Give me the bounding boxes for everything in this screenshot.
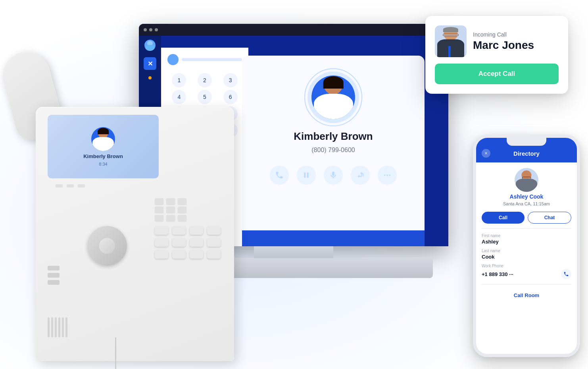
call-room-button[interactable]: Call Room xyxy=(482,289,571,301)
work-phone-field: Work Phone +1 889 330 ··· xyxy=(482,264,571,279)
caller-details: Incoming Call Marc Jones xyxy=(473,31,534,52)
phone-nav-ring[interactable] xyxy=(87,226,127,266)
action-mute-btn[interactable] xyxy=(324,166,343,185)
phone-screen-contact-name: Kimberly Brown xyxy=(83,153,123,159)
phone-screen-duration: 8:34 xyxy=(99,162,107,166)
caller-info: Incoming Call Marc Jones xyxy=(435,25,559,57)
bezel-dot-2 xyxy=(149,28,152,31)
svg-rect-1 xyxy=(307,173,309,178)
sidebar-logo: ✕ xyxy=(144,57,156,70)
accept-call-button[interactable]: Accept Call xyxy=(435,64,559,84)
phone-body: Kimberly Brown 8:34 xyxy=(36,107,234,361)
svg-rect-0 xyxy=(304,173,306,178)
phone-screen-avatar xyxy=(91,127,115,151)
dialer-header-line xyxy=(182,58,242,61)
last-name-value: Cook xyxy=(482,254,571,260)
action-hold-btn[interactable] xyxy=(297,166,316,185)
action-more-btn[interactable] xyxy=(378,166,397,185)
dialer-header xyxy=(167,54,242,65)
monitor-bezel xyxy=(139,24,448,36)
directory-chat-button[interactable]: Chat xyxy=(528,212,571,224)
divider-1 xyxy=(482,228,571,229)
directory-actions: Call Chat xyxy=(482,212,571,224)
bezel-dot-3 xyxy=(155,28,158,31)
contact-phone: (800) 799-0600 xyxy=(311,147,355,154)
sidebar-user-avatar xyxy=(144,40,156,51)
svg-point-4 xyxy=(389,174,391,176)
directory-profile: Ashley Cook Santa Ana CA, 11:15am xyxy=(482,168,571,206)
phone-cord xyxy=(115,337,116,369)
work-phone-call-icon[interactable] xyxy=(561,269,571,279)
work-phone-value: +1 889 330 ··· xyxy=(482,271,513,277)
mobile-notch xyxy=(507,138,546,146)
call-actions xyxy=(270,166,397,185)
incoming-call-card: Incoming Call Marc Jones Accept Call xyxy=(425,16,568,94)
action-transfer-btn[interactable] xyxy=(351,166,370,185)
mobile-close-button[interactable]: × xyxy=(482,149,490,158)
first-name-value: Ashley xyxy=(482,239,571,245)
mobile-directory-title: Directory xyxy=(513,150,540,157)
divider-2 xyxy=(482,284,571,284)
first-name-field: First name Ashley xyxy=(482,234,571,245)
dialer-avatar xyxy=(167,54,179,65)
work-phone-label: Work Phone xyxy=(482,264,571,268)
contact-name: Kimberly Brown xyxy=(294,130,373,143)
svg-point-3 xyxy=(386,174,388,176)
directory-contact-location: Santa Ana CA, 11:15am xyxy=(503,201,550,206)
bezel-dot-1 xyxy=(144,28,147,31)
last-name-label: Last name xyxy=(482,249,571,253)
caller-photo xyxy=(435,25,467,57)
directory-contact-name: Ashley Cook xyxy=(510,193,544,200)
directory-avatar xyxy=(515,168,538,192)
directory-call-button[interactable]: Call xyxy=(482,212,525,224)
work-phone-row: +1 889 330 ··· xyxy=(482,269,571,279)
first-name-label: First name xyxy=(482,234,571,238)
desk-phone: Kimberly Brown 8:34 xyxy=(12,83,242,361)
mobile-frame: × Directory Ashley Cook Santa Ana CA, 11… xyxy=(473,135,580,357)
action-phone-btn[interactable] xyxy=(270,166,289,185)
mobile-content: Ashley Cook Santa Ana CA, 11:15am Call C… xyxy=(476,162,577,351)
contact-card: Kimberly Brown (800) 799-0600 xyxy=(242,56,425,246)
caller-name: Marc Jones xyxy=(473,39,534,52)
svg-point-2 xyxy=(384,174,386,176)
sidebar-dot-indicator xyxy=(148,76,152,79)
phone-screen: Kimberly Brown 8:34 xyxy=(48,115,159,178)
incoming-call-label: Incoming Call xyxy=(473,31,534,38)
contact-avatar-ring xyxy=(307,71,359,123)
contact-avatar xyxy=(311,75,355,119)
last-name-field: Last name Cook xyxy=(482,249,571,260)
